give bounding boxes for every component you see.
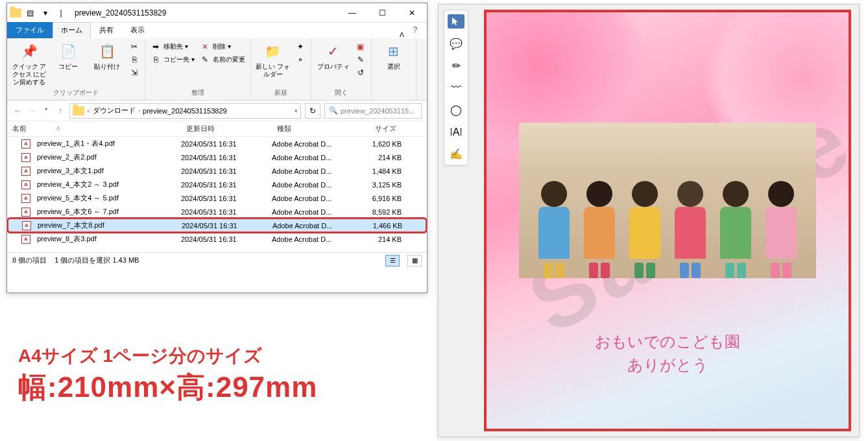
edit-button[interactable]: ✎ (354, 54, 367, 66)
file-row[interactable]: Apreview_6_本文6 ～ 7.pdf2024/05/31 16:31Ad… (7, 205, 427, 219)
file-row[interactable]: Apreview_5_本文4 ～ 5.pdf2024/05/31 16:31Ad… (7, 191, 427, 205)
pdf-icon: A (21, 139, 30, 149)
newfolder-button[interactable]: 📁新しい フォルダー (255, 41, 291, 78)
file-name: preview_5_本文4 ～ 5.pdf (37, 193, 119, 203)
file-date: 2024/05/31 16:31 (181, 181, 272, 189)
properties-button[interactable]: ✓プロパティ (315, 41, 352, 71)
forward-button[interactable]: → (27, 106, 37, 115)
file-size: 1,620 KB (350, 140, 402, 148)
list-header: 名前ᐱ 更新日時 種類 サイズ (7, 121, 427, 137)
newitem-button[interactable]: ✦ (294, 41, 307, 53)
pdf-caption: おもいでのこども園 ありがとう (487, 330, 849, 377)
col-date[interactable]: 更新日時 (181, 124, 272, 134)
status-bar: 8 個の項目 1 個の項目を選択 1.43 MB ☰ ▦ (7, 252, 427, 268)
open-button[interactable]: ▣ (354, 41, 367, 53)
tab-home[interactable]: ホーム (53, 22, 91, 38)
search-input[interactable]: 🔍 preview_2024053115... (324, 103, 422, 119)
col-size[interactable]: サイズ (350, 124, 402, 134)
sign-tool[interactable]: ✍ (448, 147, 464, 161)
col-type[interactable]: 種類 (272, 124, 350, 134)
file-name: preview_8_表3.pdf (37, 234, 97, 244)
group-label: クリップボード (11, 88, 141, 97)
easyaccess-button[interactable]: ⚬ (294, 54, 307, 66)
up-button[interactable]: ↑ (55, 106, 66, 115)
group-label: 新規 (255, 88, 307, 97)
pin-icon: 📌 (19, 41, 40, 62)
file-type: Adobe Acrobat D... (272, 208, 350, 216)
pin-button[interactable]: 📌クイック アクセス にピン留めする (11, 41, 47, 86)
pdf-icon: A (21, 180, 30, 189)
comment-tool[interactable]: 💬 (448, 36, 464, 51)
search-placeholder: preview_2024053115... (341, 107, 415, 115)
erase-tool[interactable]: ◯ (448, 102, 464, 117)
text-tool[interactable]: ⁞A⁞ (448, 125, 464, 139)
details-view-button[interactable]: ☰ (385, 255, 400, 267)
copypath-button[interactable]: ⎘ (128, 54, 141, 66)
kid-figure (758, 181, 804, 278)
file-type: Adobe Acrobat D... (272, 222, 350, 230)
history-icon: ↺ (356, 67, 366, 78)
tab-file[interactable]: ファイル (7, 22, 53, 38)
select-icon: ⊞ (383, 41, 404, 62)
file-row[interactable]: Apreview_7_本文8.pdf2024/05/31 16:31Adobe … (7, 219, 427, 232)
copy-button[interactable]: 📄コピー (50, 41, 86, 71)
breadcrumb-downloads[interactable]: ダウンロード (93, 106, 136, 115)
draw-tool[interactable]: 〰 (448, 80, 464, 95)
qat-item[interactable]: ▾ (38, 6, 53, 20)
pdf-icon: A (21, 208, 30, 217)
file-name: preview_3_本文1.pdf (37, 166, 104, 176)
paste-button[interactable]: 📋貼り付け (89, 41, 125, 71)
history-button[interactable]: ↺ (354, 67, 367, 78)
cut-button[interactable]: ✂ (128, 41, 141, 53)
annotation-line1: A4サイズ 1ページ分のサイズ (18, 344, 317, 368)
address-dropdown-icon[interactable]: ▾ (295, 108, 298, 114)
titlebar: ▤ ▾ | preview_20240531153829 ― ☐ ✕ (7, 3, 427, 23)
address-input[interactable]: « ダウンロード › preview_20240531153829 ▾ (69, 103, 301, 119)
file-row[interactable]: Apreview_2_表2.pdf2024/05/31 16:31Adobe A… (7, 150, 427, 164)
pdf-icon: A (21, 153, 30, 162)
file-size: 6,916 KB (350, 195, 402, 202)
newfolder-icon: 📁 (263, 41, 283, 62)
paste-shortcut-button[interactable]: ⇲ (128, 67, 141, 78)
refresh-button[interactable]: ↻ (305, 103, 320, 119)
icons-view-button[interactable]: ▦ (407, 255, 422, 267)
col-name[interactable]: 名前ᐱ (7, 124, 181, 134)
file-row[interactable]: Apreview_8_表3.pdf2024/05/31 16:31Adobe A… (7, 232, 427, 246)
delete-button[interactable]: ✕削除 ▾ (199, 41, 247, 53)
moveto-icon: ➡ (151, 42, 161, 52)
tab-view[interactable]: 表示 (122, 22, 153, 38)
ribbon-collapse-icon[interactable]: ᐱ (396, 31, 407, 38)
copyto-button[interactable]: ⎘コピー先 ▾ (149, 54, 196, 66)
ribbon: 📌クイック アクセス にピン留めする 📄コピー 📋貼り付け ✂ ⎘ ⇲ クリップ… (7, 38, 427, 101)
highlight-tool[interactable]: ✏ (448, 58, 464, 73)
file-row[interactable]: Apreview_1_表1・表4.pdf2024/05/31 16:31Adob… (7, 137, 427, 150)
file-size: 3,125 KB (350, 181, 402, 189)
caption-line1: おもいでのこども園 (487, 330, 849, 353)
maximize-button[interactable]: ☐ (367, 3, 397, 23)
rename-button[interactable]: ✎名前の変更 (199, 54, 247, 66)
back-button[interactable]: ← (12, 106, 23, 115)
item-count: 8 個の項目 (12, 256, 47, 265)
file-type: Adobe Acrobat D... (272, 235, 350, 243)
copyto-icon: ⎘ (151, 54, 161, 65)
moveto-button[interactable]: ➡移動先 ▾ (149, 41, 196, 53)
help-icon[interactable]: ? (407, 25, 423, 38)
tab-share[interactable]: 共有 (91, 22, 122, 38)
file-row[interactable]: Apreview_3_本文1.pdf2024/05/31 16:31Adobe … (7, 164, 427, 178)
kid-figure (713, 181, 758, 278)
edit-icon: ✎ (356, 54, 366, 65)
file-date: 2024/05/31 16:31 (181, 208, 272, 216)
copy-icon: 📄 (58, 41, 78, 62)
qat-item[interactable]: ▤ (23, 6, 37, 20)
path-icon: ⎘ (129, 54, 139, 65)
recent-button[interactable]: ▾ (41, 106, 51, 115)
close-button[interactable]: ✕ (397, 3, 427, 23)
file-row[interactable]: Apreview_4_本文2 ～ 3.pdf2024/05/31 16:31Ad… (7, 178, 427, 191)
select-tool[interactable] (448, 14, 464, 29)
select-button[interactable]: ⊞選択 (376, 41, 412, 71)
ribbon-group-open: ✓プロパティ ▣ ✎ ↺ 開く (311, 38, 372, 100)
quick-access-toolbar: ▤ ▾ | (7, 6, 71, 20)
breadcrumb-folder[interactable]: preview_20240531153829 (143, 107, 227, 115)
minimize-button[interactable]: ― (337, 3, 367, 23)
file-date: 2024/05/31 16:31 (181, 140, 272, 148)
